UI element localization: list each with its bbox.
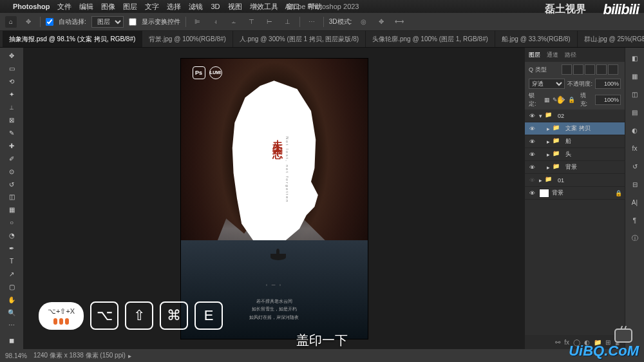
3d-pan-icon[interactable]: ✥ (375, 15, 388, 28)
lock-all-icon[interactable]: 🔒 (568, 97, 575, 103)
layer-row[interactable]: 👁▸📁船 (525, 135, 625, 148)
path-tool-icon[interactable]: ↗ (3, 268, 20, 280)
zoom-level[interactable]: 98.14% (5, 352, 27, 359)
foreground-background-colors[interactable]: ◼ (3, 335, 20, 347)
menu-filter[interactable]: 滤镜 (189, 2, 203, 12)
dodge-tool-icon[interactable]: ◔ (3, 230, 20, 242)
adjustments-panel-icon[interactable]: ◐ (629, 124, 641, 137)
tab-channels[interactable]: 通道 (547, 51, 558, 59)
edit-toolbar-icon[interactable]: ⋯ (3, 319, 20, 331)
tab-2[interactable]: 人.png @ 300% (图层 1 拷贝, 图层蒙版/8) (233, 31, 366, 47)
chevron-right-icon[interactable]: ▸ (547, 164, 550, 171)
tab-1[interactable]: 背景.jpg @ 100%(RGB/8#) (142, 31, 233, 47)
align-center-icon[interactable]: ⫞ (209, 15, 222, 28)
chevron-right-icon[interactable]: ▸ (539, 177, 542, 184)
auto-select-dropdown[interactable]: 图层 (91, 16, 124, 28)
filter-shape-icon[interactable] (596, 64, 607, 75)
visibility-icon[interactable]: 👁 (527, 126, 536, 132)
menu-layer[interactable]: 图层 (123, 2, 137, 12)
lasso-tool-icon[interactable]: ⟲ (3, 76, 20, 88)
3d-slide-icon[interactable]: ⟷ (393, 15, 406, 28)
tab-5[interactable]: 群山.jpg @ 25%(RGB/8#) (578, 31, 644, 47)
fill-field[interactable] (595, 95, 621, 105)
home-icon[interactable]: ⌂ (5, 16, 17, 28)
eraser-tool-icon[interactable]: ◫ (3, 191, 20, 203)
lock-image-icon[interactable]: ✎ (553, 97, 558, 103)
align-right-icon[interactable]: ⫠ (227, 15, 240, 28)
transform-controls-checkbox[interactable] (129, 18, 137, 26)
layer-row[interactable]: 👁背景🔒 (525, 187, 625, 200)
tab-0[interactable]: 抽象海报.psd @ 98.1% (文案 拷贝, RGB/8#) (3, 31, 142, 47)
move-tool-icon[interactable]: ✥ (3, 50, 20, 62)
healing-tool-icon[interactable]: ✚ (3, 140, 20, 151)
lock-position-icon[interactable]: ✥ (560, 97, 565, 103)
brush-tool-icon[interactable]: ✐ (3, 153, 20, 164)
type-tool-icon[interactable]: T (3, 256, 20, 267)
crop-tool-icon[interactable]: ⟂ (3, 102, 20, 113)
menu-type[interactable]: 文字 (145, 2, 159, 12)
history-panel-icon[interactable]: ↺ (629, 160, 641, 173)
character-panel-icon[interactable]: A| (629, 196, 641, 209)
blend-mode-dropdown[interactable]: 穿透 (529, 79, 565, 89)
shape-tool-icon[interactable]: ▢ (3, 281, 20, 292)
chevron-right-icon[interactable]: ▸ (547, 138, 550, 145)
menu-view[interactable]: 视图 (228, 2, 242, 12)
styles-panel-icon[interactable]: fx (629, 142, 641, 155)
tab-3[interactable]: 头像轮廓.png @ 100% (图层 1, RGB/8#) (366, 31, 495, 47)
more-align-icon[interactable]: ⋯ (305, 15, 318, 28)
tab-paths[interactable]: 路径 (565, 51, 576, 59)
chevron-down-icon[interactable]: ▾ (539, 113, 542, 119)
chevron-right-icon[interactable]: ▸ (547, 126, 550, 132)
menu-file[interactable]: 文件 (57, 2, 71, 12)
menu-image[interactable]: 图像 (101, 2, 115, 12)
visibility-icon[interactable]: 👁 (527, 151, 536, 158)
artboard[interactable]: Ps LUMI 未失未忘 Not lost, not forgotten ◦ ─… (181, 59, 368, 339)
pen-tool-icon[interactable]: ✒ (3, 243, 20, 254)
zoom-tool-icon[interactable]: 🔍 (3, 307, 20, 318)
align-left-icon[interactable]: ⊫ (191, 15, 204, 28)
history-brush-icon[interactable]: ↺ (3, 178, 20, 190)
hand-tool-icon[interactable]: ✋ (3, 294, 20, 305)
status-chevron-icon[interactable]: ▸ (128, 352, 131, 359)
filter-pixel-icon[interactable] (562, 64, 572, 75)
gradients-panel-icon[interactable]: ◫ (629, 88, 641, 100)
stamp-tool-icon[interactable]: ⊙ (3, 166, 20, 177)
patterns-panel-icon[interactable]: ▤ (629, 106, 641, 119)
marquee-tool-icon[interactable]: ▭ (3, 63, 20, 75)
visibility-icon[interactable]: 👁 (527, 190, 536, 196)
filter-type-icon[interactable] (585, 64, 595, 75)
color-panel-icon[interactable]: ◧ (629, 52, 641, 64)
blur-tool-icon[interactable]: ○ (3, 217, 20, 229)
opacity-field[interactable] (595, 79, 621, 89)
menu-3d[interactable]: 3D (211, 3, 220, 10)
filter-smart-icon[interactable] (608, 64, 618, 75)
align-top-icon[interactable]: ⊤ (245, 15, 258, 28)
frame-tool-icon[interactable]: ⊠ (3, 115, 20, 126)
menu-edit[interactable]: 编辑 (79, 2, 93, 12)
tab-4[interactable]: 船.jpg @ 33.3%(RGB/8) (495, 31, 578, 47)
app-name[interactable]: Photoshop (13, 3, 50, 10)
properties-panel-icon[interactable]: ⊟ (629, 178, 641, 191)
layer-row[interactable]: 👁▸📁01 (525, 174, 625, 187)
lock-transparency-icon[interactable]: ▦ (544, 97, 550, 103)
visibility-icon[interactable]: 👁 (527, 113, 536, 119)
paragraph-panel-icon[interactable]: ¶ (629, 214, 641, 227)
auto-select-checkbox[interactable] (46, 18, 53, 26)
layer-row[interactable]: 👁▸📁头 (525, 148, 625, 161)
chevron-right-icon[interactable]: ▸ (547, 151, 550, 158)
menu-select[interactable]: 选择 (167, 2, 181, 12)
layer-row[interactable]: 👁▸📁背景 (525, 161, 625, 174)
info-panel-icon[interactable]: ⓘ (629, 232, 641, 245)
layer-row[interactable]: 👁▾📁02 (525, 110, 625, 122)
gradient-tool-icon[interactable]: ▦ (3, 204, 20, 216)
visibility-icon[interactable]: 👁 (527, 164, 536, 171)
3d-orbit-icon[interactable]: ◎ (357, 15, 370, 28)
filter-adjust-icon[interactable] (573, 64, 583, 75)
layer-row[interactable]: 👁▸📁文案 拷贝 (525, 122, 625, 135)
visibility-icon[interactable]: 👁 (527, 138, 536, 145)
swatches-panel-icon[interactable]: ▦ (629, 70, 641, 82)
align-bottom-icon[interactable]: ⊥ (281, 15, 294, 28)
eyedropper-tool-icon[interactable]: ✎ (3, 127, 20, 138)
tab-layers[interactable]: 图层 (529, 51, 540, 59)
wand-tool-icon[interactable]: ✦ (3, 89, 20, 100)
